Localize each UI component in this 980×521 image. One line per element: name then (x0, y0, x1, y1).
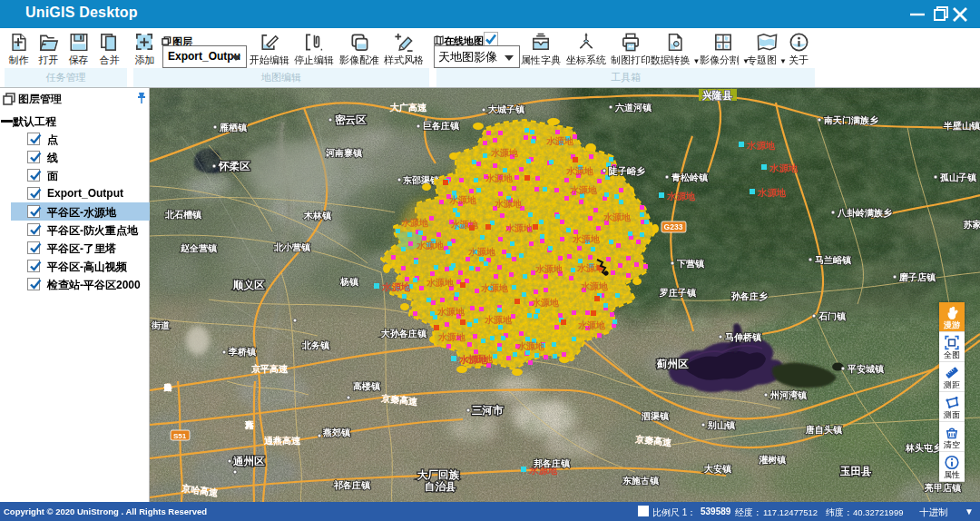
svg-text:杨镇: 杨镇 (339, 277, 359, 287)
svg-text:邦各庄镇: 邦各庄镇 (533, 458, 571, 468)
svg-text:水源地: 水源地 (400, 218, 428, 228)
svg-text:水源地: 水源地 (746, 140, 776, 151)
svg-text:水源地: 水源地 (577, 320, 605, 330)
svg-text:水源地: 水源地 (416, 241, 444, 251)
svg-text:平安城镇: 平安城镇 (847, 364, 885, 374)
svg-text:水源地: 水源地 (381, 281, 411, 292)
svg-text:高楼镇: 高楼镇 (353, 381, 381, 391)
svg-text:京平高速: 京平高速 (251, 364, 289, 374)
svg-text:顺义区: 顺义区 (232, 279, 265, 291)
svg-text:别山镇: 别山镇 (707, 420, 736, 430)
svg-text:木林镇: 木林镇 (303, 211, 332, 221)
svg-text:水源地: 水源地 (757, 187, 787, 198)
svg-text:石门镇: 石门镇 (818, 311, 847, 321)
svg-text:水源地: 水源地 (572, 234, 600, 244)
svg-text:河南寨镇: 河南寨镇 (326, 148, 363, 158)
svg-text:马兰峪镇: 马兰峪镇 (815, 255, 852, 265)
svg-text:蓟州区: 蓟州区 (656, 359, 689, 369)
svg-text:马伸桥镇: 马伸桥镇 (725, 332, 762, 342)
svg-text:水源地: 水源地 (580, 281, 608, 291)
svg-text:水源地: 水源地 (437, 332, 466, 342)
svg-text:水源地: 水源地 (531, 298, 559, 308)
svg-text:北务镇: 北务镇 (301, 340, 330, 350)
svg-text:罗庄子镇: 罗庄子镇 (659, 288, 697, 298)
svg-text:水源地: 水源地 (485, 173, 513, 183)
svg-text:磨子店镇: 磨子店镇 (898, 272, 936, 282)
svg-text:怀柔区: 怀柔区 (218, 161, 250, 172)
svg-text:水源地: 水源地 (494, 199, 522, 209)
svg-text:北小营镇: 北小营镇 (273, 242, 311, 252)
svg-text:亮甲店镇: 亮甲店镇 (924, 483, 962, 493)
svg-text:六道河镇: 六道河镇 (614, 103, 652, 113)
svg-text:下营镇: 下营镇 (676, 259, 705, 269)
svg-text:孤山子镇: 孤山子镇 (939, 172, 977, 182)
svg-text:通州区: 通州区 (232, 456, 265, 467)
svg-text:大孙各庄镇: 大孙各庄镇 (380, 329, 427, 339)
svg-text:水源地: 水源地 (490, 148, 518, 158)
svg-text:G233: G233 (664, 222, 683, 231)
svg-text:燕郊镇: 燕郊镇 (322, 428, 351, 437)
svg-text:水源地: 水源地 (534, 264, 563, 274)
svg-text:八卦岭满族乡: 八卦岭满族乡 (837, 208, 892, 218)
svg-text:水源地: 水源地 (769, 162, 799, 173)
svg-text:巨各庄镇: 巨各庄镇 (423, 121, 460, 131)
svg-text:大厂回族: 大厂回族 (416, 469, 460, 480)
svg-text:水源地: 水源地 (436, 307, 465, 317)
svg-text:苏家洼镇: 苏家洼镇 (963, 220, 980, 230)
svg-text:S51: S51 (173, 432, 187, 440)
svg-text:水源地: 水源地 (516, 341, 544, 351)
svg-text:水源地: 水源地 (569, 185, 597, 195)
svg-text:大安镇: 大安镇 (703, 464, 732, 474)
svg-text:水源地: 水源地 (576, 263, 604, 273)
svg-text:大城子镇: 大城子镇 (487, 104, 525, 114)
svg-text:水源地: 水源地 (545, 136, 573, 146)
svg-text:三河市: 三河市 (472, 404, 504, 416)
svg-text:水源地: 水源地 (484, 315, 512, 325)
svg-text:自治县: 自治县 (425, 481, 456, 492)
svg-text:赵全营镇: 赵全营镇 (180, 243, 218, 253)
svg-text:青松岭镇: 青松岭镇 (671, 172, 709, 182)
svg-text:大广高速: 大广高速 (389, 103, 427, 113)
svg-text:水源地: 水源地 (565, 166, 593, 176)
svg-text:北石槽镇: 北石槽镇 (164, 210, 202, 220)
svg-text:雁栖镇: 雁栖镇 (219, 123, 248, 133)
svg-text:林头屯乡: 林头屯乡 (905, 443, 942, 453)
svg-text:孙各庄乡: 孙各庄乡 (730, 291, 768, 301)
svg-text:街道: 街道 (151, 320, 171, 330)
svg-text:水源地: 水源地 (450, 220, 478, 230)
svg-text:半壁山镇: 半壁山镇 (943, 121, 980, 131)
svg-text:陡子峪乡: 陡子峪乡 (609, 166, 645, 176)
svg-text:南天门满族乡: 南天门满族乡 (824, 115, 878, 125)
svg-text:水源地: 水源地 (603, 212, 631, 222)
svg-text:李桥镇: 李桥镇 (228, 347, 257, 357)
svg-text:泗渠镇: 泗渠镇 (641, 411, 670, 421)
svg-text:水源地: 水源地 (448, 195, 476, 205)
svg-text:水源地: 水源地 (426, 278, 454, 288)
svg-text:通燕高速: 通燕高速 (263, 436, 301, 446)
svg-text:水源地: 水源地 (467, 247, 495, 257)
svg-text:玉田县: 玉田县 (839, 466, 872, 477)
svg-text:兴隆县: 兴隆县 (701, 90, 732, 101)
svg-text:灌树镇: 灌树镇 (759, 455, 787, 465)
svg-text:水源地: 水源地 (505, 223, 533, 233)
svg-text:唐自头镇: 唐自头镇 (805, 425, 843, 435)
svg-text:密云区: 密云区 (335, 113, 367, 125)
svg-text:州河湾镇: 州河湾镇 (769, 390, 808, 400)
svg-text:水源地: 水源地 (666, 191, 696, 202)
svg-text:水源地: 水源地 (480, 283, 508, 293)
svg-text:水源地: 水源地 (458, 354, 488, 365)
svg-text:东施古镇: 东施古镇 (622, 476, 660, 486)
svg-text:祁各庄镇: 祁各庄镇 (333, 480, 371, 490)
